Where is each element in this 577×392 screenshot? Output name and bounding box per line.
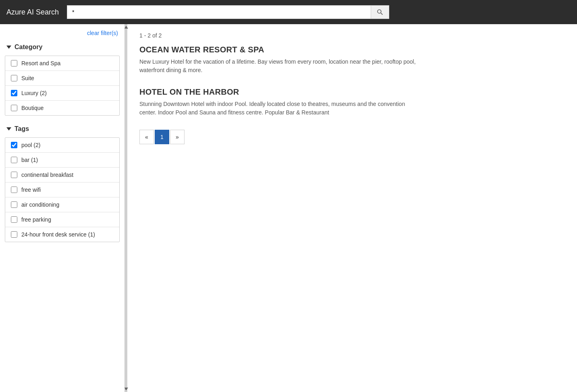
main-layout: clear filter(s) Category Resort and Spa … — [0, 24, 577, 392]
filter-label-continental-breakfast: continental breakfast — [21, 172, 73, 178]
filter-label-bar: bar (1) — [21, 157, 38, 163]
category-section-header[interactable]: Category — [0, 40, 125, 54]
category-chevron-icon — [6, 46, 11, 49]
result-item-2: HOTEL ON THE HARBOR Stunning Downtown Ho… — [139, 87, 565, 117]
search-bar — [67, 5, 389, 19]
pagination-prev[interactable]: « — [139, 130, 154, 144]
filter-checkbox-free-wifi[interactable] — [11, 187, 17, 193]
filter-item-pool[interactable]: pool (2) — [5, 138, 119, 153]
sidebar: clear filter(s) Category Resort and Spa … — [0, 24, 125, 392]
search-button[interactable] — [371, 5, 389, 19]
filter-label-air-conditioning: air conditioning — [21, 201, 59, 208]
search-input[interactable] — [67, 5, 371, 19]
tags-section-header[interactable]: Tags — [0, 122, 125, 136]
filter-item-resort-spa[interactable]: Resort and Spa — [5, 56, 119, 71]
filter-checkbox-luxury[interactable] — [11, 90, 17, 96]
filter-checkbox-resort-spa[interactable] — [11, 60, 17, 66]
filter-checkbox-bar[interactable] — [11, 157, 17, 163]
svg-line-1 — [381, 13, 382, 15]
filter-checkbox-free-parking[interactable] — [11, 216, 17, 223]
clear-filters-area: clear filter(s) — [0, 28, 125, 40]
svg-point-0 — [378, 10, 381, 13]
pagination-next[interactable]: » — [170, 130, 185, 144]
result-item-1: OCEAN WATER RESORT & SPA New Luxury Hote… — [139, 45, 565, 75]
tags-chevron-icon — [6, 127, 11, 131]
filter-item-bar[interactable]: bar (1) — [5, 153, 119, 168]
clear-filters-button[interactable]: clear filter(s) — [87, 30, 118, 36]
results-count: 1 - 2 of 2 — [139, 32, 565, 39]
filter-item-suite[interactable]: Suite — [5, 71, 119, 86]
filter-label-suite: Suite — [21, 75, 34, 81]
filter-checkbox-air-conditioning[interactable] — [11, 201, 17, 208]
filter-label-free-parking: free parking — [21, 216, 51, 223]
filter-checkbox-front-desk[interactable] — [11, 231, 17, 238]
pagination-page-1[interactable]: 1 — [155, 130, 169, 144]
pagination: « 1 » — [139, 130, 565, 144]
filter-label-pool: pool (2) — [21, 142, 40, 148]
category-label: Category — [15, 44, 42, 51]
filter-item-free-parking[interactable]: free parking — [5, 212, 119, 227]
filter-label-free-wifi: free wifi — [21, 187, 41, 193]
filter-checkbox-suite[interactable] — [11, 75, 17, 81]
filter-item-continental-breakfast[interactable]: continental breakfast — [5, 168, 119, 183]
result-description-1: New Luxury Hotel for the vacation of a l… — [139, 58, 421, 75]
tags-label: Tags — [15, 125, 29, 133]
filter-item-boutique[interactable]: Boutique — [5, 101, 119, 115]
category-filter-list: Resort and Spa Suite Luxury (2) Boutique — [5, 56, 120, 116]
filter-item-free-wifi[interactable]: free wifi — [5, 183, 119, 197]
filter-label-front-desk: 24-hour front desk service (1) — [21, 231, 95, 238]
results-content: 1 - 2 of 2 OCEAN WATER RESORT & SPA New … — [127, 24, 577, 392]
filter-label-boutique: Boutique — [21, 105, 44, 111]
result-title-2: HOTEL ON THE HARBOR — [139, 87, 565, 97]
filter-item-front-desk[interactable]: 24-hour front desk service (1) — [5, 227, 119, 242]
result-title-1: OCEAN WATER RESORT & SPA — [139, 45, 565, 54]
tags-filter-list: pool (2) bar (1) continental breakfast f… — [5, 137, 120, 242]
app-title: Azure AI Search — [6, 8, 59, 17]
filter-label-resort-spa: Resort and Spa — [21, 60, 60, 66]
filter-checkbox-pool[interactable] — [11, 142, 17, 148]
header: Azure AI Search — [0, 0, 577, 24]
filter-checkbox-boutique[interactable] — [11, 105, 17, 111]
filter-item-air-conditioning[interactable]: air conditioning — [5, 197, 119, 212]
filter-label-luxury: Luxury (2) — [21, 90, 47, 96]
filter-checkbox-continental-breakfast[interactable] — [11, 172, 17, 178]
filter-item-luxury[interactable]: Luxury (2) — [5, 86, 119, 101]
result-description-2: Stunning Downtown Hotel with indoor Pool… — [139, 100, 421, 117]
search-icon — [377, 9, 383, 15]
